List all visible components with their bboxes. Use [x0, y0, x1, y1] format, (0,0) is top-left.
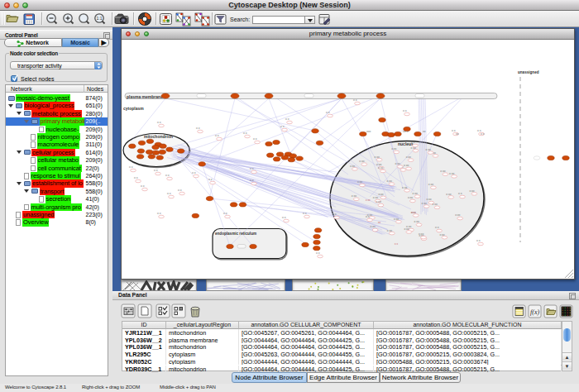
- svg-text:o o: o o: [458, 192, 462, 195]
- svg-text:o o: o o: [326, 111, 330, 114]
- svg-text:plasma membrane: plasma membrane: [127, 94, 163, 99]
- svg-text:o oo: o oo: [422, 202, 427, 205]
- svg-text:o oo: o oo: [446, 193, 451, 196]
- svg-text:o oo: o oo: [376, 200, 380, 203]
- svg-text:o o: o o: [223, 212, 227, 215]
- svg-text:o oo: o oo: [394, 218, 399, 221]
- svg-text:o o: o o: [250, 167, 254, 170]
- svg-text:o oo: o oo: [413, 192, 418, 195]
- svg-text:o oo: o oo: [404, 227, 409, 231]
- svg-text:o oo: o oo: [428, 183, 433, 186]
- svg-text:o oo: o oo: [387, 229, 392, 232]
- svg-text:o oo: o oo: [371, 225, 376, 228]
- svg-text:o o: o o: [280, 125, 285, 128]
- svg-text:o o: o o: [403, 109, 407, 112]
- svg-text:o oo: o oo: [404, 164, 409, 167]
- svg-text:o o: o o: [167, 192, 171, 195]
- svg-text:o o: o o: [192, 171, 196, 174]
- svg-text:o o: o o: [452, 129, 456, 132]
- svg-text:o o: o o: [285, 117, 290, 121]
- svg-text:cytoplasm: cytoplasm: [123, 106, 144, 111]
- svg-text:o o: o o: [353, 98, 357, 102]
- svg-text:o o: o o: [165, 174, 170, 177]
- svg-text:o oo: o oo: [357, 180, 362, 184]
- svg-text:o oo: o oo: [408, 196, 413, 199]
- svg-text:f(x): f(x): [530, 308, 539, 316]
- svg-text:o o: o o: [157, 121, 161, 124]
- svg-text:o o: o o: [141, 184, 145, 188]
- svg-text:oo: oo: [456, 132, 459, 136]
- svg-text:x x: x x: [395, 242, 398, 246]
- svg-text:o o: o o: [253, 137, 257, 141]
- svg-text:o oo: o oo: [375, 155, 380, 159]
- svg-text:o oo: o oo: [426, 198, 431, 201]
- svg-text:o oo: o oo: [359, 160, 364, 163]
- svg-text:o oo: o oo: [414, 220, 419, 223]
- svg-text:o o: o o: [250, 179, 254, 182]
- svg-text:o oo: o oo: [402, 186, 407, 189]
- svg-text:o oo: o oo: [373, 196, 378, 199]
- svg-text:oo: oo: [423, 130, 426, 133]
- svg-text:o o: o o: [303, 212, 307, 215]
- svg-text:o o: o o: [178, 189, 182, 192]
- svg-text:o oo: o oo: [406, 155, 411, 159]
- svg-text:o o: o o: [366, 215, 370, 218]
- svg-text:o oo: o oo: [395, 162, 400, 165]
- svg-text:o o: o o: [196, 127, 200, 130]
- svg-text:o o: o o: [476, 239, 481, 242]
- svg-text:o o: o o: [157, 212, 161, 215]
- svg-text:o o: o o: [154, 169, 158, 172]
- svg-text:o oo: o oo: [440, 170, 445, 173]
- svg-text:o o: o o: [316, 251, 320, 255]
- svg-text:o oo: o oo: [469, 189, 474, 193]
- svg-text:o oo: o oo: [350, 165, 355, 168]
- svg-text:o o: o o: [333, 213, 337, 216]
- svg-text:o o: o o: [215, 134, 219, 137]
- svg-text:ooo: ooo: [366, 130, 371, 133]
- svg-text:mitochondrion: mitochondrion: [144, 134, 173, 139]
- svg-text:x xx: x xx: [366, 198, 371, 202]
- svg-text:o o: o o: [129, 165, 133, 169]
- svg-text:o o: o o: [411, 141, 415, 144]
- svg-text:1:1: 1:1: [97, 16, 103, 21]
- svg-text:o o: o o: [481, 132, 485, 136]
- svg-text:o oo: o oo: [386, 179, 391, 183]
- svg-text:o o: o o: [134, 176, 138, 179]
- svg-text:o oo: o oo: [391, 147, 396, 151]
- svg-text:o oo: o oo: [378, 193, 383, 196]
- svg-text:o o: o o: [282, 216, 286, 219]
- svg-text:o oo: o oo: [439, 233, 444, 237]
- svg-text:unassigned: unassigned: [518, 70, 539, 74]
- svg-text:endoplasmic reticulum: endoplasmic reticulum: [215, 232, 256, 236]
- svg-text:o o: o o: [208, 178, 213, 181]
- svg-text:xx x: xx x: [411, 211, 416, 214]
- svg-text:o oo: o oo: [432, 203, 437, 206]
- svg-text:o o: o o: [243, 131, 247, 135]
- svg-text:oo o: oo o: [403, 130, 408, 133]
- svg-text:o oo: o oo: [378, 166, 383, 170]
- svg-text:o oo: o oo: [419, 232, 423, 236]
- svg-text:o o: o o: [435, 226, 439, 229]
- svg-text:o oo: o oo: [455, 213, 460, 217]
- svg-text:o oo: o oo: [425, 148, 430, 151]
- svg-text:o oo: o oo: [352, 194, 356, 198]
- svg-text:o oo: o oo: [449, 172, 454, 175]
- svg-text:xx: xx: [378, 221, 381, 224]
